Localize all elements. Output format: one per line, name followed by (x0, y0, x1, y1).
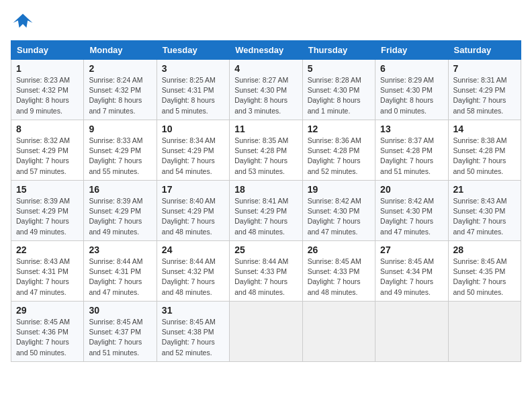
day-info: Sunrise: 8:42 AM Sunset: 4:30 PM Dayligh… (380, 196, 443, 237)
calendar-cell: 13 Sunrise: 8:37 AM Sunset: 4:28 PM Dayl… (375, 120, 448, 181)
day-info: Sunrise: 8:45 AM Sunset: 4:36 PM Dayligh… (16, 317, 79, 358)
calendar-cell: 18 Sunrise: 8:41 AM Sunset: 4:29 PM Dayl… (230, 181, 302, 241)
calendar-cell: 11 Sunrise: 8:35 AM Sunset: 4:28 PM Dayl… (230, 120, 302, 181)
day-number: 2 (89, 63, 151, 74)
calendar-cell: 2 Sunrise: 8:24 AM Sunset: 4:32 PM Dayli… (84, 60, 157, 120)
day-number: 18 (234, 184, 297, 195)
calendar-cell: 24 Sunrise: 8:44 AM Sunset: 4:32 PM Dayl… (157, 241, 229, 302)
calendar-week-2: 8 Sunrise: 8:32 AM Sunset: 4:29 PM Dayli… (11, 120, 521, 181)
header-sunday: Sunday (11, 41, 84, 60)
day-number: 27 (380, 244, 443, 255)
calendar-cell: 21 Sunrise: 8:43 AM Sunset: 4:30 PM Dayl… (448, 181, 521, 241)
calendar-week-5: 29 Sunrise: 8:45 AM Sunset: 4:36 PM Dayl… (11, 302, 521, 362)
day-info: Sunrise: 8:35 AM Sunset: 4:28 PM Dayligh… (234, 136, 297, 177)
day-info: Sunrise: 8:29 AM Sunset: 4:30 PM Dayligh… (380, 75, 443, 116)
calendar-cell: 12 Sunrise: 8:36 AM Sunset: 4:28 PM Dayl… (302, 120, 375, 181)
day-number: 6 (380, 63, 443, 74)
day-number: 8 (16, 124, 79, 134)
day-number: 19 (308, 184, 370, 195)
calendar-cell: 6 Sunrise: 8:29 AM Sunset: 4:30 PM Dayli… (375, 60, 448, 120)
header-monday: Monday (84, 41, 157, 60)
calendar-cell: 15 Sunrise: 8:39 AM Sunset: 4:29 PM Dayl… (11, 181, 84, 241)
day-info: Sunrise: 8:33 AM Sunset: 4:29 PM Dayligh… (89, 136, 151, 177)
day-info: Sunrise: 8:25 AM Sunset: 4:31 PM Dayligh… (162, 75, 224, 116)
header-wednesday: Wednesday (230, 41, 302, 60)
day-info: Sunrise: 8:43 AM Sunset: 4:30 PM Dayligh… (453, 196, 516, 237)
day-number: 1 (16, 63, 79, 74)
calendar-cell: 14 Sunrise: 8:38 AM Sunset: 4:28 PM Dayl… (448, 120, 521, 181)
calendar-week-3: 15 Sunrise: 8:39 AM Sunset: 4:29 PM Dayl… (11, 181, 521, 241)
calendar-cell: 22 Sunrise: 8:43 AM Sunset: 4:31 PM Dayl… (11, 241, 84, 302)
day-info: Sunrise: 8:44 AM Sunset: 4:32 PM Dayligh… (162, 257, 224, 298)
day-number: 12 (308, 124, 370, 134)
day-number: 23 (89, 244, 151, 255)
calendar-cell (230, 302, 302, 362)
day-number: 5 (308, 63, 370, 74)
header-tuesday: Tuesday (157, 41, 229, 60)
day-info: Sunrise: 8:32 AM Sunset: 4:29 PM Dayligh… (16, 136, 79, 177)
day-info: Sunrise: 8:39 AM Sunset: 4:29 PM Dayligh… (16, 196, 79, 237)
day-info: Sunrise: 8:45 AM Sunset: 4:38 PM Dayligh… (162, 317, 224, 358)
page-header (11, 11, 521, 35)
day-info: Sunrise: 8:38 AM Sunset: 4:28 PM Dayligh… (453, 136, 516, 177)
day-number: 3 (162, 63, 224, 74)
day-number: 31 (162, 305, 224, 316)
day-number: 21 (453, 184, 516, 195)
day-number: 15 (16, 184, 79, 195)
day-number: 16 (89, 184, 151, 195)
day-info: Sunrise: 8:40 AM Sunset: 4:29 PM Dayligh… (162, 196, 224, 237)
day-number: 28 (453, 244, 516, 255)
calendar-cell: 19 Sunrise: 8:42 AM Sunset: 4:30 PM Dayl… (302, 181, 375, 241)
day-info: Sunrise: 8:28 AM Sunset: 4:30 PM Dayligh… (308, 75, 370, 116)
calendar-cell: 25 Sunrise: 8:44 AM Sunset: 4:33 PM Dayl… (230, 241, 302, 302)
calendar-cell: 30 Sunrise: 8:45 AM Sunset: 4:37 PM Dayl… (84, 302, 157, 362)
calendar-cell: 1 Sunrise: 8:23 AM Sunset: 4:32 PM Dayli… (11, 60, 84, 120)
calendar-cell: 4 Sunrise: 8:27 AM Sunset: 4:30 PM Dayli… (230, 60, 302, 120)
day-number: 26 (308, 244, 370, 255)
calendar-header-row: SundayMondayTuesdayWednesdayThursdayFrid… (11, 41, 521, 60)
calendar-cell: 17 Sunrise: 8:40 AM Sunset: 4:29 PM Dayl… (157, 181, 229, 241)
header-saturday: Saturday (448, 41, 521, 60)
calendar-cell (448, 302, 521, 362)
day-number: 30 (89, 305, 151, 316)
day-info: Sunrise: 8:42 AM Sunset: 4:30 PM Dayligh… (308, 196, 370, 237)
logo (11, 11, 38, 35)
calendar-cell: 10 Sunrise: 8:34 AM Sunset: 4:29 PM Dayl… (157, 120, 229, 181)
calendar-cell: 7 Sunrise: 8:31 AM Sunset: 4:29 PM Dayli… (448, 60, 521, 120)
logo-icon (11, 11, 35, 35)
header-thursday: Thursday (302, 41, 375, 60)
day-number: 24 (162, 244, 224, 255)
day-number: 13 (380, 124, 443, 134)
day-number: 25 (234, 244, 297, 255)
day-number: 11 (234, 124, 297, 134)
calendar-cell: 29 Sunrise: 8:45 AM Sunset: 4:36 PM Dayl… (11, 302, 84, 362)
calendar-cell (302, 302, 375, 362)
day-info: Sunrise: 8:45 AM Sunset: 4:34 PM Dayligh… (380, 257, 443, 298)
calendar-cell: 26 Sunrise: 8:45 AM Sunset: 4:33 PM Dayl… (302, 241, 375, 302)
day-number: 17 (162, 184, 224, 195)
calendar-cell (375, 302, 448, 362)
day-number: 29 (16, 305, 79, 316)
calendar-table: SundayMondayTuesdayWednesdayThursdayFrid… (11, 40, 521, 362)
day-number: 7 (453, 63, 516, 74)
day-info: Sunrise: 8:44 AM Sunset: 4:33 PM Dayligh… (234, 257, 297, 298)
day-info: Sunrise: 8:31 AM Sunset: 4:29 PM Dayligh… (453, 75, 516, 116)
day-info: Sunrise: 8:36 AM Sunset: 4:28 PM Dayligh… (308, 136, 370, 177)
day-info: Sunrise: 8:34 AM Sunset: 4:29 PM Dayligh… (162, 136, 224, 177)
calendar-week-1: 1 Sunrise: 8:23 AM Sunset: 4:32 PM Dayli… (11, 60, 521, 120)
day-info: Sunrise: 8:44 AM Sunset: 4:31 PM Dayligh… (89, 257, 151, 298)
calendar-cell: 16 Sunrise: 8:39 AM Sunset: 4:29 PM Dayl… (84, 181, 157, 241)
day-info: Sunrise: 8:45 AM Sunset: 4:33 PM Dayligh… (308, 257, 370, 298)
calendar-week-4: 22 Sunrise: 8:43 AM Sunset: 4:31 PM Dayl… (11, 241, 521, 302)
day-info: Sunrise: 8:45 AM Sunset: 4:37 PM Dayligh… (89, 317, 151, 358)
calendar-cell: 20 Sunrise: 8:42 AM Sunset: 4:30 PM Dayl… (375, 181, 448, 241)
calendar-cell: 8 Sunrise: 8:32 AM Sunset: 4:29 PM Dayli… (11, 120, 84, 181)
calendar-cell: 28 Sunrise: 8:45 AM Sunset: 4:35 PM Dayl… (448, 241, 521, 302)
day-number: 20 (380, 184, 443, 195)
calendar-cell: 23 Sunrise: 8:44 AM Sunset: 4:31 PM Dayl… (84, 241, 157, 302)
calendar-cell: 27 Sunrise: 8:45 AM Sunset: 4:34 PM Dayl… (375, 241, 448, 302)
calendar-cell: 31 Sunrise: 8:45 AM Sunset: 4:38 PM Dayl… (157, 302, 229, 362)
day-info: Sunrise: 8:41 AM Sunset: 4:29 PM Dayligh… (234, 196, 297, 237)
day-number: 9 (89, 124, 151, 134)
day-info: Sunrise: 8:43 AM Sunset: 4:31 PM Dayligh… (16, 257, 79, 298)
